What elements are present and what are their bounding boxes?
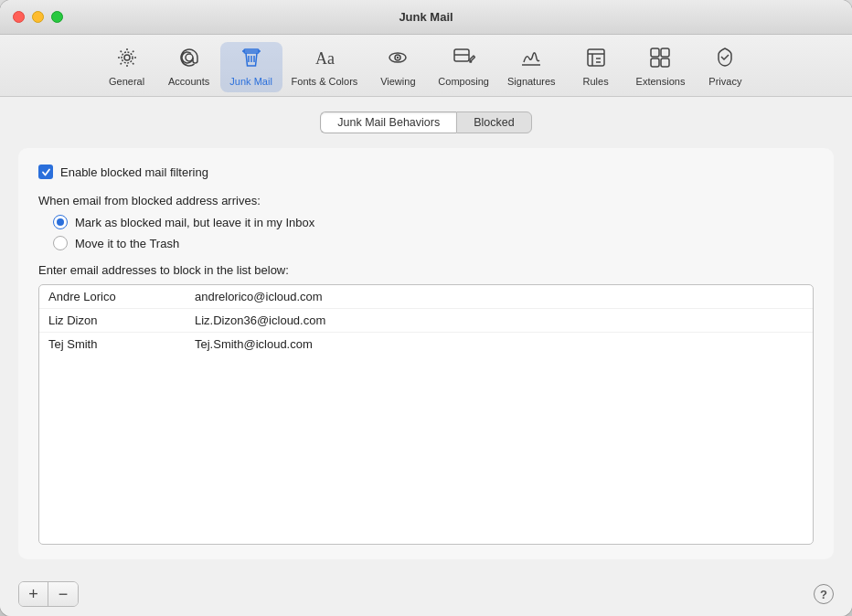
segmented-control: Junk Mail Behaviors Blocked: [18, 112, 834, 133]
svg-rect-20: [661, 58, 669, 67]
toolbar-item-accounts[interactable]: Accounts: [158, 42, 220, 92]
svg-rect-19: [651, 58, 659, 67]
extensions-icon: [648, 46, 672, 73]
radio-mark-blocked[interactable]: Mark as blocked mail, but leave it in my…: [53, 215, 814, 229]
svg-rect-17: [651, 48, 659, 57]
svg-rect-18: [661, 48, 669, 57]
toolbar-label-signatures: Signatures: [507, 76, 556, 87]
bottom-bar: + − ?: [0, 572, 852, 616]
radio-mark-blocked-label: Mark as blocked mail, but leave it in my…: [75, 216, 314, 229]
toolbar-label-junk-mail: Junk Mail: [229, 76, 272, 87]
radio-move-trash-indicator: [53, 236, 68, 250]
toolbar-label-accounts: Accounts: [168, 76, 209, 87]
radio-mark-blocked-indicator: [53, 215, 68, 229]
minimize-button[interactable]: [32, 11, 44, 23]
toolbar-item-extensions[interactable]: Extensions: [627, 42, 695, 92]
when-label: When email from blocked address arrives:: [38, 194, 814, 207]
add-remove-group: + −: [18, 581, 79, 607]
toolbar-item-signatures[interactable]: Signatures: [498, 42, 565, 92]
radio-group: Mark as blocked mail, but leave it in my…: [53, 215, 814, 250]
svg-rect-14: [588, 49, 604, 66]
email-address-2: Tej.Smith@icloud.com: [195, 337, 313, 351]
toolbar-item-junk-mail[interactable]: Junk Mail: [220, 42, 282, 92]
email-name-0: Andre Lorico: [48, 290, 195, 303]
toolbar-item-rules[interactable]: Rules: [565, 42, 627, 92]
enable-filtering-checkbox[interactable]: [38, 165, 53, 179]
gear-icon: [115, 46, 139, 73]
rules-icon: [584, 46, 608, 73]
toolbar-item-viewing[interactable]: Viewing: [367, 42, 429, 92]
radio-mark-blocked-fill: [57, 218, 64, 226]
toolbar-item-composing[interactable]: Composing: [429, 42, 498, 92]
main-window: Junk Mail General Accounts: [0, 0, 852, 616]
toolbar-label-composing: Composing: [438, 76, 489, 87]
toolbar-item-privacy[interactable]: Privacy: [694, 42, 756, 92]
svg-point-1: [122, 52, 133, 63]
toolbar-label-viewing: Viewing: [380, 76, 415, 87]
email-list[interactable]: Andre Lorico andrelorico@icloud.com Liz …: [38, 284, 814, 545]
toolbar-label-privacy: Privacy: [708, 76, 741, 87]
content-area: Junk Mail Behaviors Blocked Enable block…: [0, 97, 852, 572]
radio-move-trash-label: Move it to the Trash: [75, 237, 179, 250]
svg-point-0: [124, 55, 130, 60]
toolbar-item-general[interactable]: General: [96, 42, 158, 92]
add-button[interactable]: +: [19, 582, 48, 606]
junk-mail-icon: [240, 46, 263, 73]
close-button[interactable]: [13, 11, 25, 23]
email-row-0[interactable]: Andre Lorico andrelorico@icloud.com: [39, 285, 813, 309]
toolbar: General Accounts: [0, 35, 852, 97]
radio-move-trash[interactable]: Move it to the Trash: [53, 236, 814, 250]
enable-filtering-label: Enable blocked mail filtering: [60, 165, 208, 179]
enter-email-label: Enter email addresses to block in the li…: [38, 263, 814, 277]
email-address-1: Liz.Dizon36@icloud.com: [195, 313, 325, 327]
toolbar-label-rules: Rules: [583, 76, 609, 87]
email-row-1[interactable]: Liz Dizon Liz.Dizon36@icloud.com: [39, 309, 813, 333]
email-name-1: Liz Dizon: [48, 313, 195, 327]
fonts-icon: Aa: [313, 46, 336, 73]
email-row-2[interactable]: Tej Smith Tej.Smith@icloud.com: [39, 333, 813, 356]
titlebar: Junk Mail: [0, 0, 852, 35]
privacy-icon: [713, 46, 737, 73]
help-button[interactable]: ?: [814, 584, 834, 604]
enable-filtering-row: Enable blocked mail filtering: [38, 165, 814, 179]
svg-text:Aa: Aa: [315, 49, 335, 68]
toolbar-label-general: General: [109, 76, 144, 87]
svg-point-11: [397, 57, 399, 58]
traffic-lights: [13, 11, 63, 23]
email-address-0: andrelorico@icloud.com: [195, 290, 323, 303]
toolbar-label-fonts-colors: Fonts & Colors: [292, 76, 358, 87]
email-name-2: Tej Smith: [48, 337, 195, 351]
remove-button[interactable]: −: [48, 582, 78, 606]
signatures-icon: [519, 46, 543, 73]
at-icon: [177, 46, 201, 73]
composing-icon: [452, 46, 475, 73]
toolbar-item-fonts-colors[interactable]: Aa Fonts & Colors: [282, 42, 367, 92]
tab-junk-mail-behaviors[interactable]: Junk Mail Behaviors: [320, 112, 456, 133]
window-title: Junk Mail: [399, 10, 453, 24]
tab-blocked[interactable]: Blocked: [456, 112, 531, 133]
viewing-icon: [386, 46, 410, 73]
settings-panel: Enable blocked mail filtering When email…: [18, 148, 834, 559]
maximize-button[interactable]: [51, 11, 63, 23]
toolbar-label-extensions: Extensions: [636, 76, 686, 87]
